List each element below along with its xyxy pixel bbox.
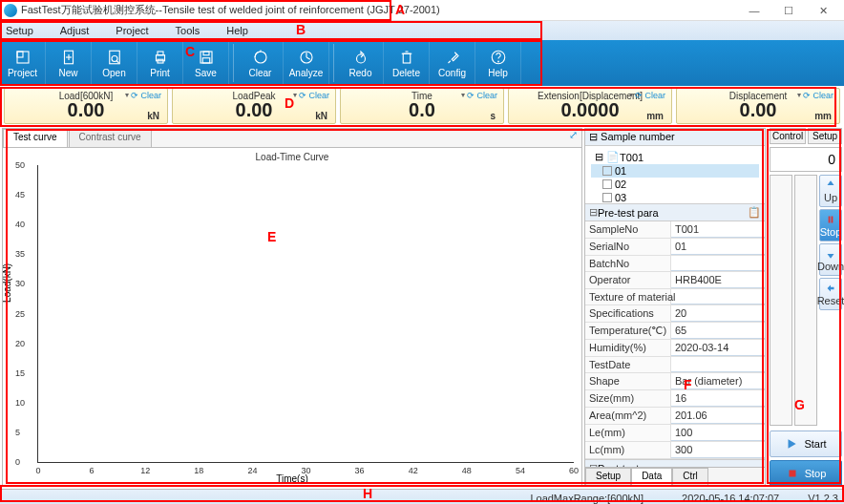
readout-dropdown-icon[interactable]: ▾ <box>461 91 465 99</box>
readout-dropdown-icon[interactable]: ▾ <box>293 91 297 99</box>
open-button[interactable]: Open <box>92 40 137 86</box>
ctrl-display: 0 <box>770 147 842 172</box>
reset-button[interactable]: Reset <box>819 278 842 310</box>
menu-tools[interactable]: Tools <box>176 25 200 36</box>
window-title: FastTest万能试验机测控系统--Tensile test of welde… <box>21 3 737 17</box>
chart-tabs: Test curve Contrast curve ⤢ <box>3 129 581 148</box>
clear-button[interactable]: Clear <box>238 40 284 86</box>
tree-item-02[interactable]: 02 <box>591 178 759 191</box>
status-time: 2020-05-16 14:07:07 <box>682 493 779 504</box>
readout-dropdown-icon[interactable]: ▾ <box>125 91 129 99</box>
menu-adjust[interactable]: Adjust <box>60 25 90 36</box>
readout-dropdown-icon[interactable]: ▾ <box>629 91 633 99</box>
prop-row[interactable]: SerialNo01 <box>585 239 765 256</box>
readout-1: LoadPeak▾Clear0.00kN <box>172 88 336 124</box>
prop-row[interactable]: Le(mm)100 <box>585 425 765 442</box>
svg-point-21 <box>497 61 498 62</box>
ctrl-control-tab[interactable]: Control <box>770 128 806 144</box>
app-logo <box>4 4 17 17</box>
svg-point-16 <box>356 54 365 63</box>
sidebar-tabs: Setup Data Ctrl <box>585 467 765 486</box>
chart-area: Test curve Contrast curve ⤢ Load-Time Cu… <box>2 128 582 487</box>
analyze-button[interactable]: Analyze <box>284 40 329 86</box>
prop-row[interactable]: Humidity(%)2020-03-14 <box>585 340 765 357</box>
clear-button[interactable]: Clear <box>635 91 665 100</box>
stop-button[interactable]: Stop <box>770 460 842 487</box>
tab-contrast-curve[interactable]: Contrast curve <box>69 129 152 147</box>
prop-row[interactable]: Specifications20 <box>585 305 765 323</box>
delete-button[interactable]: Delete <box>384 40 430 86</box>
config-button[interactable]: Config <box>430 40 475 86</box>
prop-row[interactable]: SampleNoT001 <box>585 221 765 239</box>
help-button[interactable]: Help <box>475 40 521 86</box>
ctrl-slider-1[interactable] <box>770 175 792 426</box>
svg-rect-9 <box>158 52 163 55</box>
prop-row[interactable]: Temperature(℃)65 <box>585 323 765 340</box>
readout-3: Extension[Displacement]▾Clear0.0000mm <box>508 88 672 124</box>
down-button[interactable]: Down <box>819 243 842 276</box>
svg-rect-1 <box>17 52 23 57</box>
clear-button[interactable]: Clear <box>131 91 161 100</box>
chart-plot[interactable]: 0510152025303540455006121824303642485460 <box>37 165 574 463</box>
prop-row[interactable]: ShapeBar (diameter) <box>585 373 765 390</box>
prop-row[interactable]: TestDate <box>585 357 765 373</box>
prop-row[interactable]: OperatorHRB400E <box>585 272 765 289</box>
tree-item-01[interactable]: 01 <box>591 164 759 178</box>
ctrl-slider-2[interactable] <box>794 175 817 426</box>
clear-button[interactable]: Clear <box>467 91 497 100</box>
svg-rect-22 <box>829 217 831 223</box>
redo-button[interactable]: Redo <box>338 40 384 86</box>
svg-rect-13 <box>202 57 210 62</box>
sidetab-ctrl[interactable]: Ctrl <box>672 468 708 486</box>
property-grid: Pre-test para📋 SampleNoT001SerialNo01Bat… <box>585 203 765 467</box>
menu-help[interactable]: Help <box>226 25 248 36</box>
sample-tree: ⊟ 📄 T001 01 02 03 <box>585 146 765 203</box>
chart-expand-icon[interactable]: ⤢ <box>564 129 581 147</box>
save-button[interactable]: Save <box>183 40 229 86</box>
chart-title: Load-Time Curve <box>7 152 578 162</box>
tree-root[interactable]: ⊟ 📄 T001 <box>591 150 759 164</box>
close-button[interactable]: ✕ <box>806 1 840 20</box>
tree-item-03[interactable]: 03 <box>591 191 759 204</box>
start-button[interactable]: Start <box>770 430 842 457</box>
readout-4: Displacement▾Clear0.00mm <box>676 88 840 124</box>
clear-button[interactable]: Clear <box>299 91 329 100</box>
print-button[interactable]: Print <box>137 40 183 86</box>
minimize-button[interactable]: — <box>737 1 771 20</box>
menu-project[interactable]: Project <box>116 25 148 36</box>
clear-button[interactable]: Clear <box>803 91 833 100</box>
svg-rect-23 <box>832 217 833 223</box>
prop-row[interactable]: BatchNo <box>585 256 765 272</box>
pretest-header[interactable]: Pre-test para📋 <box>585 203 765 221</box>
sidetab-data[interactable]: Data <box>631 468 672 486</box>
control-panel: Control Setup 0 Up Stop Down Reset Start… <box>770 128 842 487</box>
titlebar: FastTest万能试验机测控系统--Tensile test of welde… <box>0 0 844 21</box>
ctrl-setup-tab[interactable]: Setup <box>808 128 842 144</box>
chart-xlabel: Time(s) <box>276 473 308 484</box>
maximize-button[interactable]: ☐ <box>771 1 806 20</box>
tab-test-curve[interactable]: Test curve <box>3 129 68 147</box>
new-button[interactable]: New <box>46 40 92 86</box>
svg-rect-17 <box>403 53 411 63</box>
up-button[interactable]: Up <box>819 175 842 207</box>
prop-row[interactable]: Size(mm)16 <box>585 390 765 408</box>
status-version: V1.2.3 <box>808 493 838 504</box>
svg-rect-12 <box>203 52 209 55</box>
statusbar: LoadMaxRange:[600kN] 2020-05-16 14:07:07… <box>0 489 844 504</box>
prop-row[interactable]: Area(mm^2)201.06 <box>585 408 765 425</box>
stop-small-button[interactable]: Stop <box>819 209 842 242</box>
chart-ylabel: Load(kN) <box>2 263 12 303</box>
readouts: Load[600kN]▾Clear0.00kNLoadPeak▾Clear0.0… <box>0 86 844 126</box>
readout-0: Load[600kN]▾Clear0.00kN <box>4 88 168 124</box>
menu-setup[interactable]: Setup <box>6 25 33 36</box>
svg-line-7 <box>116 60 118 62</box>
posttest-header[interactable]: Post-test para <box>585 459 765 467</box>
menubar: Setup Adjust Project Tools Help <box>0 21 844 40</box>
readout-dropdown-icon[interactable]: ▾ <box>797 91 801 99</box>
prop-row[interactable]: Texture of material <box>585 289 765 305</box>
toolbar: ProjectNewOpenPrintSaveClearAnalyzeRedoD… <box>0 40 844 86</box>
prop-row[interactable]: Lc(mm)300 <box>585 442 765 459</box>
svg-point-6 <box>112 55 117 61</box>
project-button[interactable]: Project <box>0 40 46 86</box>
sidetab-setup[interactable]: Setup <box>585 468 631 486</box>
